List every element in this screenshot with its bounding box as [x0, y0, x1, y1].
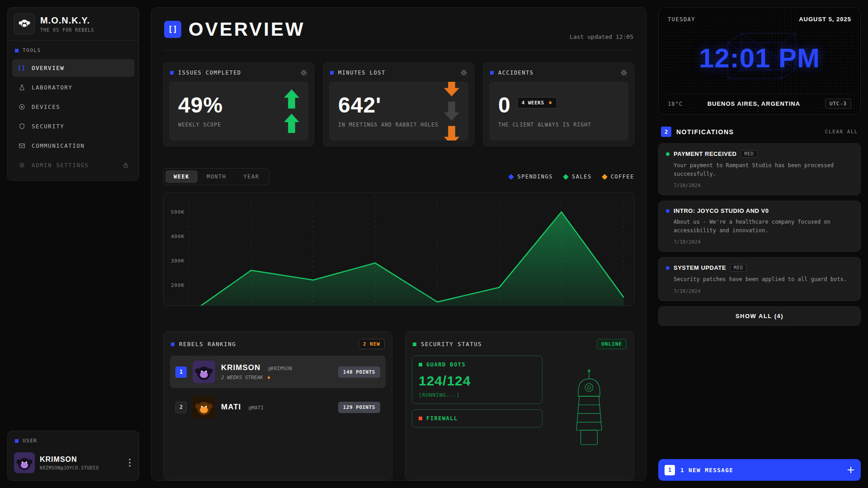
- sidebar: M.O.N.K.Y. THE OS FOR REBELS TOOLS [] OV…: [7, 7, 139, 481]
- notification-intro[interactable]: INTRO: JOYCO STUDIO AND V0 About us - We…: [658, 201, 861, 252]
- stat-card-issues-completed: ISSUES COMPLETED 49% WEEKLY SCOPE: [163, 62, 314, 146]
- ranking-title: REBELS RANKING: [179, 341, 236, 347]
- sidebar-nav: [] OVERVIEW LABORATORY DEVICES SECURITY: [8, 57, 139, 180]
- blue-square-marker: [171, 343, 175, 346]
- stat-value: 0: [498, 94, 511, 116]
- brackets-icon: []: [18, 65, 26, 71]
- new-message-bar[interactable]: 1 1 NEW MESSAGE: [658, 459, 861, 481]
- kebab-menu-icon[interactable]: [127, 457, 132, 469]
- chart-canvas: [164, 193, 634, 306]
- timezone-chip: UTC-3: [825, 99, 851, 109]
- notification-body: Security patches have been applied to al…: [674, 275, 853, 284]
- gear-icon[interactable]: [460, 69, 467, 76]
- stat-value-panel: 49% WEEKLY SCOPE: [169, 82, 308, 141]
- new-badge: 2 NEW: [359, 339, 385, 349]
- gear-icon[interactable]: [620, 69, 627, 76]
- rebel-name: KRIMSON: [221, 363, 260, 372]
- message-count-badge: 1: [665, 465, 675, 475]
- area-chart: 100K200K300K400K500K 06/0707/0708/0709/0…: [163, 192, 634, 306]
- notification-system-update[interactable]: SYSTEM UPDATE MED Security patches have …: [658, 257, 861, 301]
- sidebar-item-admin-settings[interactable]: ADMIN SETTINGS: [12, 156, 134, 174]
- stat-card-minutes-lost: MINUTES LOST 642' IN MEETINGS AND RABBIT…: [323, 62, 474, 146]
- notification-payment-received[interactable]: PAYMENT RECEIVED MED Your payment to Ram…: [658, 143, 861, 195]
- notification-title: INTRO: JOYCO STUDIO AND V0: [674, 207, 769, 214]
- stats-row: ISSUES COMPLETED 49% WEEKLY SCOPE MINUTE…: [163, 62, 634, 146]
- rebel-handle: @MATI: [249, 405, 264, 411]
- guard-bots-status: [RUNNING...]: [419, 392, 536, 398]
- tools-section-label: TOOLS: [8, 41, 139, 57]
- module-marker: [419, 417, 422, 420]
- clock-card: TUESDAY AUGUST 5, 2025 12:01 PM 18°C: [658, 7, 861, 115]
- module-firewall: FIREWALL: [412, 409, 542, 427]
- blue-square-marker: [15, 49, 19, 52]
- app-subtitle: THE OS FOR REBELS: [40, 28, 94, 33]
- sidebar-item-laboratory[interactable]: LABORATORY: [12, 79, 134, 96]
- legend-coffee[interactable]: COFFEE: [603, 174, 634, 180]
- gear-icon[interactable]: [300, 69, 307, 76]
- message-text: 1 NEW MESSAGE: [680, 467, 733, 474]
- tab-year[interactable]: YEAR: [236, 170, 268, 183]
- avatar: [193, 396, 215, 418]
- diamond-marker-icon: [563, 174, 569, 180]
- monkey-logo-icon: [14, 14, 35, 34]
- avatar: [14, 452, 35, 473]
- notification-title: PAYMENT RECEIVED: [674, 150, 736, 157]
- y-axis-tick: 500K: [171, 209, 185, 215]
- temperature-label: 18°C: [668, 101, 683, 107]
- chart-range-tabs: WEEK MONTH YEAR: [163, 168, 269, 185]
- target-icon: [18, 103, 26, 110]
- stat-subtitle: IN MEETINGS AND RABBIT HOLES: [338, 122, 459, 128]
- flame-icon: [266, 375, 271, 380]
- clear-all-button[interactable]: CLEAR ALL: [825, 129, 858, 135]
- clock-time: 12:01 PM: [699, 42, 820, 74]
- priority-badge: MED: [741, 150, 757, 158]
- legend-sales[interactable]: SALES: [564, 174, 592, 180]
- show-all-button[interactable]: SHOW ALL (4): [658, 306, 861, 326]
- stat-title: MINUTES LOST: [338, 70, 386, 76]
- sidebar-item-devices[interactable]: DEVICES: [12, 98, 134, 116]
- stat-card-accidents: ACCIDENTS 0 4 WEEKS THE CLIENT ALWAYS IS…: [483, 62, 634, 146]
- plus-icon[interactable]: [847, 466, 854, 474]
- stat-value: 49%: [178, 94, 299, 116]
- diamond-marker-icon: [509, 174, 514, 180]
- user-name: KRIMSON: [40, 455, 99, 464]
- security-status-card: SECURITY STATUS ONLINE GUARD BOTS 124/12…: [405, 331, 634, 480]
- weekday-label: TUESDAY: [668, 16, 695, 23]
- ranking-row-1[interactable]: 1 KRIMSON @KRIMSON: [170, 356, 386, 388]
- tab-month[interactable]: MONTH: [198, 170, 235, 183]
- last-updated-label: Last updated 12:05: [570, 33, 633, 40]
- app-title: M.O.N.K.Y.: [40, 15, 94, 26]
- date-label: AUGUST 5, 2025: [799, 16, 851, 23]
- sidebar-item-communication[interactable]: COMMUNICATION: [12, 137, 134, 155]
- legend-spendings[interactable]: SPENDINGS: [509, 174, 553, 180]
- stat-value-panel: 0 4 WEEKS THE CLIENT ALWAYS IS RIGHT: [489, 82, 628, 141]
- stat-value-panel: 642' IN MEETINGS AND RABBIT HOLES: [329, 82, 468, 141]
- flask-icon: [18, 84, 26, 91]
- shield-icon: [18, 123, 26, 130]
- guard-bots-count: 124/124: [419, 373, 536, 389]
- sidebar-item-overview[interactable]: [] OVERVIEW: [12, 59, 134, 77]
- mail-icon: [18, 142, 26, 149]
- module-guard-bots: GUARD BOTS 124/124 [RUNNING...]: [412, 356, 542, 404]
- flame-icon: [547, 100, 552, 106]
- module-marker: [419, 363, 422, 366]
- chart-toolbar: WEEK MONTH YEAR SPENDINGS SALES COFFEE: [163, 168, 634, 185]
- sidebar-item-security[interactable]: SECURITY: [12, 117, 134, 135]
- notification-date: 7/10/2024: [674, 239, 853, 245]
- blue-square-marker: [170, 71, 174, 75]
- blue-square-marker: [490, 71, 494, 75]
- notifications-header: 2 NOTIFICATIONS CLEAR ALL: [661, 127, 858, 137]
- stat-title: ACCIDENTS: [498, 70, 534, 76]
- priority-badge: MED: [730, 264, 747, 272]
- sidebar-nav-card: M.O.N.K.Y. THE OS FOR REBELS TOOLS [] OV…: [7, 7, 139, 181]
- notifications-title: NOTIFICATIONS: [676, 128, 734, 136]
- app-logo: M.O.N.K.Y. THE OS FOR REBELS: [8, 8, 139, 41]
- notification-date: 7/10/2024: [674, 183, 853, 188]
- green-square-marker: [413, 343, 416, 346]
- ranking-row-2[interactable]: 2 MATI @MATI: [170, 391, 386, 423]
- stat-title: ISSUES COMPLETED: [178, 70, 241, 76]
- blue-square-marker: [330, 71, 334, 75]
- tab-week[interactable]: WEEK: [165, 170, 198, 183]
- avatar: [193, 361, 215, 383]
- points-badge: 148 POINTS: [338, 366, 380, 378]
